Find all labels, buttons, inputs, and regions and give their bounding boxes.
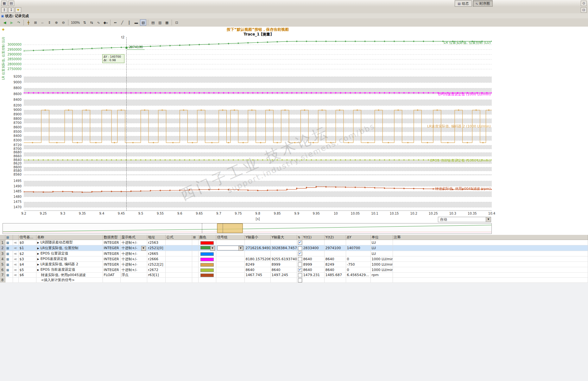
y-link-cell[interactable] bbox=[297, 245, 302, 251]
chart-panel-4[interactable]: 转速实际值, 使用p0045滤波 (rpm) bbox=[24, 178, 492, 209]
detach-icon[interactable]: ⊡ bbox=[581, 7, 587, 13]
table-row[interactable]: 8<插入新计算的信号> bbox=[0, 278, 588, 283]
y-link-cell[interactable]: ✔ bbox=[297, 240, 302, 245]
display-format-cell[interactable]: 十进制+/- bbox=[120, 240, 147, 245]
view-back-icon[interactable]: ◀ bbox=[2, 19, 8, 26]
y-link-checkbox[interactable]: ✔ bbox=[298, 241, 302, 245]
chevron-down-icon[interactable]: ▼ bbox=[141, 246, 146, 251]
tab-configuration[interactable]: ▤ 组态 bbox=[455, 0, 471, 7]
export-measurement-icon[interactable]: ↥ bbox=[1, 7, 7, 13]
signal-name-cell[interactable]: ▶EPOS 位置设定值 bbox=[36, 251, 103, 256]
note-cell[interactable] bbox=[393, 267, 588, 273]
overview-chart[interactable] bbox=[3, 223, 491, 233]
zoom-chart-icon[interactable]: ▧ bbox=[140, 19, 146, 26]
expander-icon[interactable]: ▶ bbox=[37, 258, 39, 261]
signal-name-cell[interactable]: ▶LR速度实际值, 编码器 2 bbox=[36, 262, 103, 267]
cursor-t2-line[interactable] bbox=[126, 37, 127, 210]
fit-height-icon[interactable]: ⇅ bbox=[81, 19, 88, 26]
table-window-icon[interactable]: ▤ bbox=[8, 1, 14, 6]
color-cell[interactable] bbox=[198, 262, 216, 267]
display-format-cell[interactable]: 十进制+/- bbox=[120, 267, 147, 273]
zoom-in-icon[interactable]: ⊕ bbox=[53, 19, 60, 26]
formula-cell[interactable] bbox=[165, 262, 192, 267]
zoom-vertical-icon[interactable]: ⇕ bbox=[46, 19, 53, 26]
zoom-area-icon[interactable]: ⊞ bbox=[32, 19, 39, 26]
diagonal-line-icon[interactable]: ╱ bbox=[119, 19, 125, 26]
formula-cell[interactable] bbox=[165, 267, 192, 273]
signal-group-cell[interactable] bbox=[216, 251, 244, 256]
formula-cell[interactable] bbox=[165, 251, 192, 256]
signal-group-cell[interactable] bbox=[216, 267, 244, 273]
chart-panel-1[interactable]: EPOS速度设定值 (1000 LU/min) bbox=[24, 75, 492, 107]
snapshot-icon[interactable]: ⊡ bbox=[174, 19, 180, 26]
pin-icon[interactable]: ⊙ bbox=[581, 1, 587, 6]
display-format-cell[interactable]: 浮点 bbox=[120, 273, 147, 278]
time-axis-scale-select[interactable]: 自动 ▼ bbox=[438, 217, 491, 222]
display-format-cell[interactable] bbox=[120, 278, 147, 283]
y-link-checkbox[interactable] bbox=[298, 262, 302, 267]
view-forward-icon[interactable]: ▶ bbox=[9, 19, 15, 26]
signal-group-select[interactable]: ▼ bbox=[217, 246, 243, 250]
table-row[interactable]: 2▦≪$1▶LR位置实际值, 位置控制INTEGER十进制+/-▼r2521[0… bbox=[0, 245, 588, 251]
note-cell[interactable] bbox=[393, 278, 588, 283]
expander-icon[interactable]: ▶ bbox=[37, 263, 39, 266]
chart-panel-0[interactable]: LR 位置实际值, 位置控制 (LU) bbox=[24, 37, 492, 74]
overview-strip[interactable] bbox=[3, 223, 492, 234]
note-cell[interactable] bbox=[393, 251, 588, 256]
tab-time-diagram[interactable]: ∿ 时序图 bbox=[473, 0, 493, 7]
signal-group-cell[interactable] bbox=[216, 278, 244, 283]
display-format-cell[interactable]: 十进制+/-▼ bbox=[120, 245, 147, 251]
marker-style-icon[interactable]: ◆▾ bbox=[102, 19, 109, 26]
signal-group-cell[interactable] bbox=[216, 256, 244, 262]
y-link-checkbox[interactable] bbox=[298, 273, 302, 277]
signal-color-swatch[interactable] bbox=[200, 263, 214, 267]
signal-name-cell[interactable]: 转速实际值, 使用p0045滤波 bbox=[36, 273, 103, 278]
expander-icon[interactable]: ▶ bbox=[37, 268, 39, 271]
pan-icon[interactable]: ╋ bbox=[25, 19, 32, 26]
expander-icon[interactable]: ▶ bbox=[37, 241, 39, 244]
color-cell[interactable] bbox=[198, 278, 216, 283]
signal-name-cell[interactable]: ▶LR位置实际值, 位置控制 bbox=[36, 245, 103, 251]
signal-color-swatch[interactable] bbox=[200, 268, 214, 272]
note-cell[interactable] bbox=[393, 240, 588, 245]
align-left-icon[interactable]: ▥ bbox=[157, 19, 163, 26]
signal-group-cell[interactable] bbox=[216, 273, 244, 278]
table-row[interactable]: 7▦≪$6转速实际值, 使用p0045滤波FLOAT浮点r63[1]1467.7… bbox=[0, 273, 588, 278]
formula-cell[interactable] bbox=[165, 278, 192, 283]
y-link-checkbox[interactable] bbox=[298, 246, 302, 250]
table-row[interactable]: 4▦≪$3▶EPOS速度设定值INTEGER十进制+/-r26668180.15… bbox=[0, 256, 588, 262]
table-row[interactable]: 1▦≪$0▶LR跟随误差动态模型INTEGER十进制+/-r2563✔LU bbox=[0, 240, 588, 245]
formula-cell[interactable] bbox=[165, 245, 192, 251]
display-format-cell[interactable]: 十进制+/- bbox=[120, 256, 147, 262]
y-link-cell[interactable]: ✔ bbox=[297, 267, 302, 273]
note-cell[interactable] bbox=[393, 273, 588, 278]
split-vertical-icon[interactable]: ║ bbox=[126, 19, 132, 26]
zoom-out-icon[interactable]: ⊖ bbox=[60, 19, 66, 26]
formula-cell[interactable] bbox=[165, 240, 192, 245]
color-cell[interactable] bbox=[198, 240, 216, 245]
note-cell[interactable] bbox=[393, 245, 588, 251]
expander-icon[interactable]: ▶ bbox=[37, 247, 39, 250]
signal-name-cell[interactable]: <插入新计算的信号> bbox=[36, 278, 103, 283]
display-format-cell[interactable]: 十进制+/- bbox=[120, 251, 147, 256]
y-link-cell[interactable] bbox=[297, 273, 302, 278]
signal-color-swatch[interactable] bbox=[200, 258, 214, 261]
y-link-cell[interactable] bbox=[297, 278, 302, 283]
color-cell[interactable] bbox=[198, 256, 216, 262]
table-row[interactable]: 6▦≪$5▶EPOS 当前速度设定值INTEGER十进制+/-r26728640… bbox=[0, 267, 588, 273]
note-cell[interactable] bbox=[393, 262, 588, 267]
note-cell[interactable] bbox=[393, 256, 588, 262]
color-cell[interactable] bbox=[198, 267, 216, 273]
y-link-cell[interactable]: ✔ bbox=[297, 251, 302, 256]
color-cell[interactable] bbox=[198, 251, 216, 256]
color-cell[interactable] bbox=[198, 273, 216, 278]
signal-curve-icon[interactable]: ∿ bbox=[95, 19, 102, 26]
signal-group-cell[interactable] bbox=[216, 240, 244, 245]
y-link-cell[interactable] bbox=[297, 256, 302, 262]
chart-window-icon[interactable]: ▦ bbox=[1, 1, 7, 6]
chart-panel-3[interactable]: EPOS 当前速度设定值 (1000 LU/min) bbox=[24, 145, 492, 175]
signal-color-swatch[interactable] bbox=[200, 241, 214, 245]
y-link-checkbox[interactable] bbox=[298, 278, 302, 282]
split-horizontal-icon[interactable]: ▬ bbox=[133, 19, 139, 26]
table-row[interactable]: 3▦≪$2▶EPOS 位置设定值INTEGER十进制+/-r2665✔LU bbox=[0, 251, 588, 256]
